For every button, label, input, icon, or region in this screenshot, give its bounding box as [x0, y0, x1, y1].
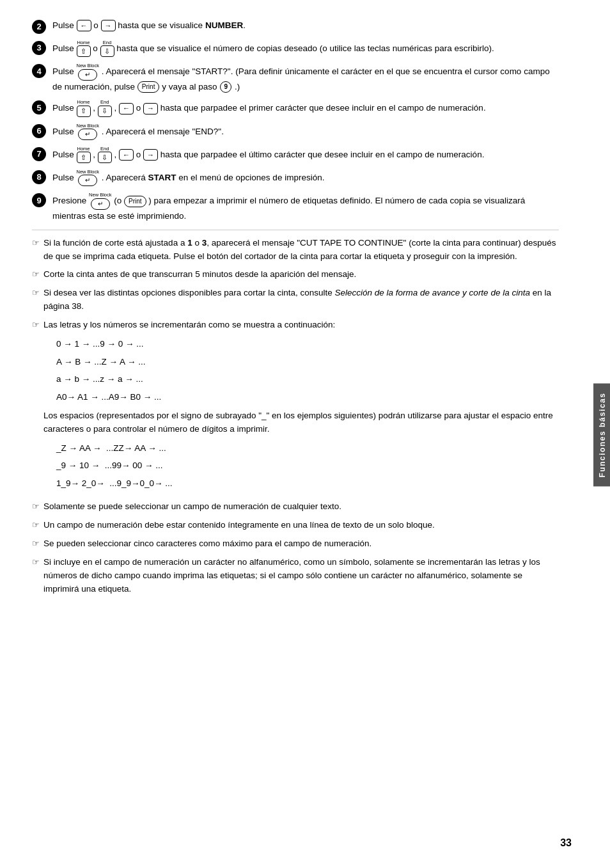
key-left-5: ←: [119, 103, 134, 114]
step-3: 3 Pulse Home ⇧ o End ⇩ hasta que se visu…: [32, 40, 559, 57]
step-7: 7 Pulse Home ⇧ , End ⇩ , ← o → hasta que…: [32, 146, 559, 163]
main-content: 2 Pulse ← o → hasta que se visualice NUM…: [0, 0, 610, 620]
note-icon-8: ☞: [32, 556, 40, 569]
note-3: ☞ Si desea ver las distintas opciones di…: [32, 287, 559, 313]
note-icon-2: ☞: [32, 268, 40, 281]
step-8-content: Pulse New Block ↵ . Aparecerá START en e…: [52, 170, 559, 186]
step-6: 6 Pulse New Block ↵ . Aparecerá el mensa…: [32, 123, 559, 140]
note-3-content: Si desea ver las distintas opciones disp…: [43, 287, 559, 313]
key-newblock-enter-4: New Block ↵: [77, 63, 99, 80]
note-6: ☞ Un campo de numeración debe estar cont…: [32, 519, 559, 532]
key-end-down-5: End ⇩: [98, 100, 112, 116]
step-number-7: 7: [32, 147, 46, 161]
key-home-up-7: Home ⇧: [77, 146, 91, 163]
key-home-up-5: Home ⇧: [77, 100, 91, 116]
step-8: 8 Pulse New Block ↵ . Aparecerá START en…: [32, 170, 559, 186]
key-newblock-enter-6: New Block ↵: [77, 123, 99, 140]
note-8: ☞ Si incluye en el campo de numeración u…: [32, 556, 559, 596]
key-newblock-enter-9: New Block ↵: [89, 193, 111, 209]
key-print: Print: [137, 81, 160, 93]
step-5-content: Pulse Home ⇧ , End ⇩ , ← o → hasta que p…: [52, 100, 559, 116]
step-9: 9 Presione New Block ↵ (o Print ) para e…: [32, 193, 559, 223]
notes-section: ☞ Si la función de corte está ajustada a…: [32, 230, 559, 596]
note-1-content: Si la función de corte está ajustada a 1…: [43, 237, 559, 264]
note-7: ☞ Se pueden seleccionar cinco caracteres…: [32, 537, 559, 551]
key-end-down-7: End ⇩: [98, 146, 112, 163]
note-8-content: Si incluye en el campo de numeración un …: [43, 556, 559, 596]
note-2: ☞ Corte la cinta antes de que transcurra…: [32, 268, 559, 281]
step-6-content: Pulse New Block ↵ . Aparecerá el mensaje…: [52, 123, 559, 140]
note-4: ☞ Las letras y los números se incrementa…: [32, 319, 559, 495]
note-7-content: Se pueden seleccionar cinco caracteres c…: [43, 537, 559, 551]
key-print-9: Print: [124, 196, 146, 207]
step-number-8: 8: [32, 170, 46, 184]
note-6-content: Un campo de numeración debe estar conten…: [43, 519, 559, 532]
step-number-9: 9: [32, 193, 46, 207]
circle-9-ref: 9: [220, 81, 231, 93]
step-2: 2 Pulse ← o → hasta que se visualice NUM…: [32, 19, 559, 34]
step-3-content: Pulse Home ⇧ o End ⇩ hasta que se visual…: [52, 40, 559, 57]
key-right-arrow: →: [101, 20, 116, 31]
note-5: ☞ Solamente se puede seleccionar un camp…: [32, 500, 559, 514]
step-number-4: 4: [32, 64, 46, 78]
step-5: 5 Pulse Home ⇧ , End ⇩ , ← o → hasta que…: [32, 100, 559, 116]
key-newblock-enter-8: New Block ↵: [77, 170, 99, 186]
note-5-content: Solamente se puede seleccionar un campo …: [43, 500, 559, 514]
step-9-content: Presione New Block ↵ (o Print ) para emp…: [52, 193, 559, 223]
step-number-5: 5: [32, 100, 46, 114]
step-number-2: 2: [32, 20, 46, 34]
page-number: 33: [560, 837, 572, 849]
note-icon-7: ☞: [32, 537, 40, 550]
step-number-3: 3: [32, 41, 46, 55]
note-icon-5: ☞: [32, 500, 40, 513]
key-end-down: End ⇩: [100, 40, 114, 57]
step-number-6: 6: [32, 124, 46, 138]
key-left-arrow: ←: [77, 20, 91, 31]
step-4: 4 Pulse New Block ↵ . Aparecerá el mensa…: [32, 63, 559, 93]
note-1: ☞ Si la función de corte está ajustada a…: [32, 237, 559, 264]
key-home-up: Home ⇧: [77, 40, 91, 57]
key-right-7: →: [143, 149, 158, 161]
sidebar-tab: Funciones básicas: [593, 384, 610, 487]
note-4-content: Las letras y los números se incrementará…: [43, 319, 559, 495]
sequence-block-1: 0 → 1 → ...9 → 0 → ... A → B → ...Z → A …: [56, 336, 559, 406]
key-right-5: →: [143, 103, 158, 114]
note-icon-1: ☞: [32, 237, 40, 249]
sequence-block-2: _Z → AA → ...ZZ→ AA → ... _9 → 10 → ...9…: [56, 440, 559, 492]
step-7-content: Pulse Home ⇧ , End ⇩ , ← o → hasta que p…: [52, 146, 559, 163]
step-2-content: Pulse ← o → hasta que se visualice NUMBE…: [52, 19, 559, 33]
note-icon-6: ☞: [32, 519, 40, 532]
step-4-content: Pulse New Block ↵ . Aparecerá el mensaje…: [52, 63, 559, 93]
key-left-7: ←: [119, 149, 134, 161]
note-icon-4: ☞: [32, 319, 40, 331]
note-2-content: Corte la cinta antes de que transcurran …: [43, 268, 559, 281]
note-icon-3: ☞: [32, 287, 40, 299]
